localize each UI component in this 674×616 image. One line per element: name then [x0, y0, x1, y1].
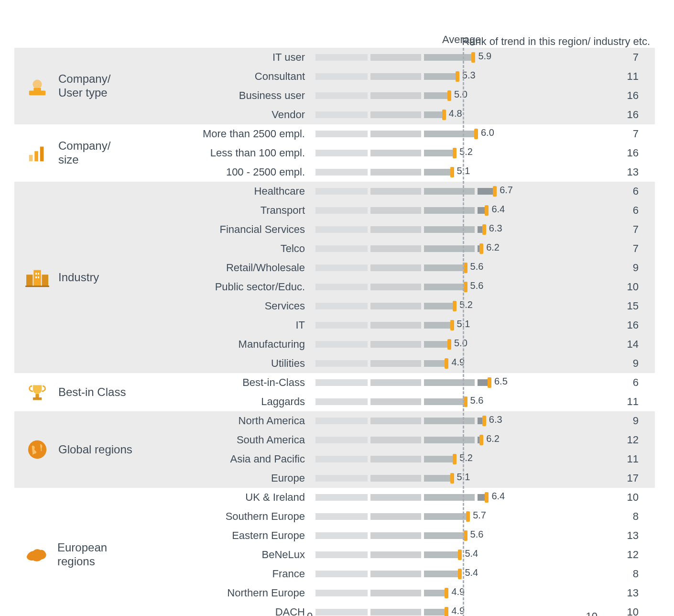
data-row: Transport6.46: [139, 201, 655, 220]
bar-segment: [424, 475, 452, 482]
row-rank: 15: [583, 300, 655, 312]
bar-cell: 6.4: [315, 494, 583, 501]
value-label: 5.2: [459, 452, 473, 463]
row-rank: 17: [583, 472, 655, 484]
bar-cell: 6.3: [315, 418, 583, 424]
value-label: 5.6: [470, 529, 484, 540]
row-label: Telco: [139, 242, 315, 255]
bar-cell: 5.6: [315, 264, 583, 271]
bar-segment: [424, 284, 466, 290]
bar-segment: [315, 264, 368, 271]
row-label: South America: [139, 434, 315, 446]
bar-cell: 4.9: [315, 590, 583, 596]
bar-segment: [370, 360, 421, 367]
bar-segment: [315, 494, 368, 501]
svg-rect-9: [35, 273, 37, 275]
row-label: Vendor: [139, 109, 315, 121]
bar-segment: [370, 150, 421, 156]
row-rank: 13: [583, 529, 655, 542]
data-row: Europe5.117: [139, 469, 655, 488]
rows-column: Healthcare6.76Transport6.46Financial Ser…: [139, 182, 655, 373]
bar-segment: [424, 245, 475, 252]
data-row: South America6.212: [139, 430, 655, 450]
svg-rect-8: [42, 275, 48, 286]
row-label: Financial Services: [139, 223, 315, 236]
value-label: 6.3: [489, 223, 502, 234]
data-row: Retail/Wholesale5.69: [139, 258, 655, 277]
row-rank: 7: [583, 242, 655, 255]
bar-segment: [315, 456, 368, 462]
svg-rect-12: [38, 276, 39, 278]
svg-rect-7: [33, 270, 41, 287]
svg-rect-14: [35, 394, 39, 397]
data-row: Less than 100 empl.5.216: [139, 143, 655, 163]
row-rank: 8: [583, 568, 655, 580]
bar-track: 6.0: [315, 131, 583, 137]
value-label: 4.9: [451, 357, 465, 368]
value-marker: [485, 205, 489, 216]
bar-segment: [370, 494, 421, 501]
bar-track: 5.6: [315, 398, 583, 405]
group-label-column: Global regions: [14, 411, 139, 488]
user-icon: [24, 73, 51, 99]
value-label: 6.5: [494, 376, 508, 387]
data-row: More than 2500 empl.6.07: [139, 124, 655, 143]
bar-segment: [424, 54, 473, 61]
value-marker: [445, 607, 448, 616]
value-label: 6.4: [491, 491, 505, 502]
bar-segment: [315, 150, 368, 156]
bar-cell: 5.6: [315, 398, 583, 405]
data-row: Southern Europe5.78: [139, 507, 655, 526]
value-marker: [464, 530, 467, 541]
bar-segment: [315, 532, 368, 539]
row-rank: 14: [583, 338, 655, 351]
bar-track: 6.3: [315, 226, 583, 233]
bar-segment: [370, 264, 421, 271]
row-label: IT user: [139, 51, 315, 64]
bar-segment: [424, 609, 446, 616]
svg-rect-5: [40, 147, 44, 162]
rows-column: Best-in-Class6.56Laggards5.611: [139, 373, 655, 411]
bar-segment: [315, 322, 368, 329]
svg-rect-3: [29, 155, 33, 161]
bar-segment: [370, 456, 421, 462]
group-label-column: Best-in Class: [14, 373, 139, 411]
group-title: Global regions: [58, 443, 132, 457]
svg-rect-13: [25, 286, 49, 287]
row-rank: 12: [583, 549, 655, 561]
bar-track: 5.6: [315, 284, 583, 290]
value-marker: [453, 301, 457, 311]
bar-cell: 5.2: [315, 303, 583, 309]
group-label-column: European regions: [14, 488, 139, 616]
row-rank: 9: [583, 357, 655, 370]
data-row: Eastern Europe5.613: [139, 526, 655, 545]
bar-segment: [424, 590, 446, 596]
bar-segment: [370, 398, 421, 405]
bar-segment: [424, 437, 475, 443]
bar-segment: [424, 494, 475, 501]
row-label: Utilities: [139, 357, 315, 370]
bar-track: 4.9: [315, 360, 583, 367]
bar-segment: [315, 131, 368, 137]
value-marker: [447, 339, 451, 350]
svg-rect-2: [33, 88, 41, 92]
row-label: Services: [139, 300, 315, 312]
bar-cell: 5.0: [315, 92, 583, 99]
data-row: 100 - 2500 empl.5.113: [139, 163, 655, 182]
bar-cell: 6.4: [315, 207, 583, 214]
bar-segment: [315, 551, 368, 558]
row-rank: 13: [583, 587, 655, 599]
data-row: IT5.116: [139, 316, 655, 335]
bar-segment: [424, 131, 475, 137]
bar-cell: 5.2: [315, 456, 583, 462]
building-icon: [24, 264, 51, 291]
bar-track: 6.2: [315, 245, 583, 252]
row-label: Retail/Wholesale: [139, 262, 315, 274]
groups-container: Company/ User typeIT user5.97Consultant5…: [14, 48, 655, 616]
bar-track: 5.7: [315, 513, 583, 520]
bar-segment: [370, 245, 421, 252]
bar-segment: [315, 360, 368, 367]
bar-cell: 6.7: [315, 188, 583, 195]
data-row: Utilities4.99: [139, 354, 655, 373]
bar-segment: [315, 92, 368, 99]
